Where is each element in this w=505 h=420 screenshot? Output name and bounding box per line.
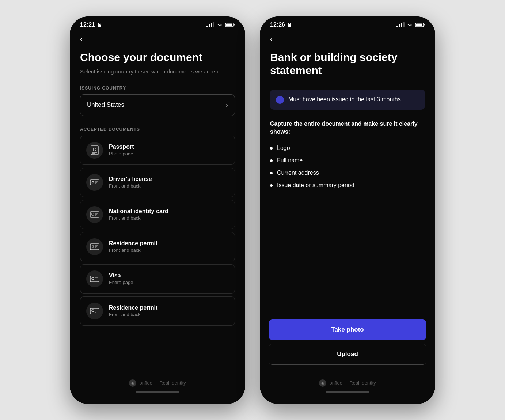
right-phone: 12:26 ‹ Bank or building society stateme… bbox=[260, 16, 435, 404]
lock-icon-right bbox=[287, 22, 292, 27]
back-button-right[interactable]: ‹ bbox=[270, 35, 273, 43]
page-title-right: Bank or building society statement bbox=[270, 51, 425, 77]
footer-left: ◉ onfido | Real Identity bbox=[70, 376, 245, 404]
country-selector[interactable]: United States › bbox=[80, 94, 235, 116]
bullet-text-fullname: Full name bbox=[277, 157, 303, 164]
country-name: United States bbox=[87, 101, 124, 109]
battery-icon-left bbox=[225, 22, 235, 27]
capture-label: Capture the entire document and make sur… bbox=[270, 120, 425, 136]
permit2-icon bbox=[86, 303, 103, 319]
doc-name-id-card: National identity card bbox=[109, 208, 229, 215]
onfido-icon-left: ◉ bbox=[129, 379, 136, 387]
svg-point-8 bbox=[92, 213, 94, 215]
onfido-logo-right: ◉ onfido | Real Identity bbox=[319, 379, 376, 387]
onfido-icon-right: ◉ bbox=[319, 379, 326, 387]
home-indicator-left bbox=[136, 391, 179, 393]
doc-name-passport: Passport bbox=[109, 144, 229, 150]
visa-icon bbox=[86, 270, 103, 287]
doc-name-license: Driver's license bbox=[109, 176, 229, 182]
doc-sub-license: Front and back bbox=[109, 183, 229, 189]
bullet-item-logo: Logo bbox=[270, 142, 425, 154]
page-title-left: Choose your document bbox=[80, 51, 235, 64]
onfido-brand-right: onfido bbox=[329, 380, 342, 386]
doc-name-permit2: Residence permit bbox=[109, 304, 229, 311]
back-button-left[interactable]: ‹ bbox=[80, 35, 83, 43]
doc-item-id-card[interactable]: National identity card Front and back bbox=[80, 200, 235, 229]
doc-info-visa: Visa Entire page bbox=[109, 272, 229, 285]
issuing-country-label: ISSUING COUNTRY bbox=[80, 86, 235, 91]
take-photo-button[interactable]: Take photo bbox=[269, 319, 426, 340]
bullet-item-address: Current address bbox=[270, 167, 425, 179]
doc-name-permit: Residence permit bbox=[109, 240, 229, 247]
bullet-dot-address bbox=[270, 172, 273, 174]
status-time-right: 12:26 bbox=[270, 22, 285, 28]
bullet-text-address: Current address bbox=[277, 170, 319, 176]
doc-info-passport: Passport Photo page bbox=[109, 144, 229, 156]
doc-item-visa[interactable]: Visa Entire page bbox=[80, 264, 235, 294]
left-phone: 12:21 ‹ Choose your document Select i bbox=[70, 16, 245, 404]
permit-icon bbox=[86, 238, 103, 255]
doc-item-passport[interactable]: Passport Photo page bbox=[80, 136, 235, 165]
home-indicator-right bbox=[326, 391, 369, 393]
upload-button[interactable]: Upload bbox=[269, 344, 426, 365]
info-box: i Must have been issued in the last 3 mo… bbox=[270, 90, 425, 110]
svg-point-6 bbox=[92, 181, 94, 183]
status-time-left: 12:21 bbox=[80, 22, 95, 28]
doc-item-license[interactable]: Driver's license Front and back bbox=[80, 168, 235, 197]
svg-rect-2 bbox=[226, 23, 232, 26]
bullet-item-fullname: Full name bbox=[270, 154, 425, 167]
wifi-icon-right bbox=[407, 22, 413, 27]
info-text: Must have been issued in the last 3 mont… bbox=[288, 95, 401, 103]
page-subtitle-left: Select issuing country to see which docu… bbox=[80, 68, 235, 75]
svg-point-13 bbox=[92, 310, 94, 312]
signal-bars-right bbox=[396, 22, 405, 27]
svg-rect-5 bbox=[90, 180, 99, 185]
accepted-docs-label: ACCEPTED DOCUMENTS bbox=[80, 127, 235, 132]
svg-rect-0 bbox=[98, 24, 101, 27]
onfido-logo-left: ◉ onfido | Real Identity bbox=[129, 379, 186, 387]
status-icons-left bbox=[206, 22, 235, 27]
svg-point-4 bbox=[93, 148, 96, 151]
signal-bars-left bbox=[206, 22, 214, 27]
svg-rect-16 bbox=[416, 23, 422, 26]
status-bar-left: 12:21 bbox=[70, 16, 245, 31]
doc-sub-permit: Front and back bbox=[109, 247, 229, 253]
doc-info-license: Driver's license Front and back bbox=[109, 176, 229, 189]
doc-sub-passport: Photo page bbox=[109, 151, 229, 156]
doc-sub-permit2: Front and back bbox=[109, 312, 229, 317]
onfido-tagline-right: Real Identity bbox=[349, 380, 376, 386]
doc-info-permit: Residence permit Front and back bbox=[109, 240, 229, 253]
bullet-dot-logo bbox=[270, 147, 273, 150]
bullet-dot-issue bbox=[270, 184, 273, 187]
passport-icon bbox=[86, 142, 103, 159]
status-bar-right: 12:26 bbox=[260, 16, 435, 31]
info-icon: i bbox=[276, 96, 284, 104]
doc-sub-id-card: Front and back bbox=[109, 215, 229, 221]
status-icons-right bbox=[396, 22, 425, 27]
license-icon bbox=[86, 174, 103, 191]
doc-item-permit2[interactable]: Residence permit Front and back bbox=[80, 296, 235, 326]
country-chevron-icon: › bbox=[226, 101, 228, 109]
document-list: Passport Photo page Driver's lice bbox=[80, 136, 235, 328]
onfido-tagline-left: Real Identity bbox=[159, 380, 186, 386]
bullet-list: Logo Full name Current address Issue dat… bbox=[270, 142, 425, 192]
lock-icon-left bbox=[97, 22, 102, 27]
doc-sub-visa: Entire page bbox=[109, 280, 229, 285]
battery-icon-right bbox=[415, 22, 425, 27]
svg-point-11 bbox=[92, 277, 94, 280]
bullet-text-logo: Logo bbox=[277, 145, 290, 151]
doc-item-permit[interactable]: Residence permit Front and back bbox=[80, 232, 235, 261]
bullet-item-issue: Issue date or summary period bbox=[270, 179, 425, 192]
footer-right: ◉ onfido | Real Identity bbox=[260, 376, 435, 404]
id-card-icon bbox=[86, 206, 103, 223]
onfido-brand-left: onfido bbox=[139, 380, 152, 386]
bullet-text-issue: Issue date or summary period bbox=[277, 182, 354, 189]
doc-name-visa: Visa bbox=[109, 272, 229, 279]
bullet-dot-fullname bbox=[270, 159, 273, 162]
doc-info-permit2: Residence permit Front and back bbox=[109, 304, 229, 317]
svg-rect-14 bbox=[288, 24, 291, 27]
doc-info-id-card: National identity card Front and back bbox=[109, 208, 229, 221]
wifi-icon-left bbox=[217, 22, 223, 27]
